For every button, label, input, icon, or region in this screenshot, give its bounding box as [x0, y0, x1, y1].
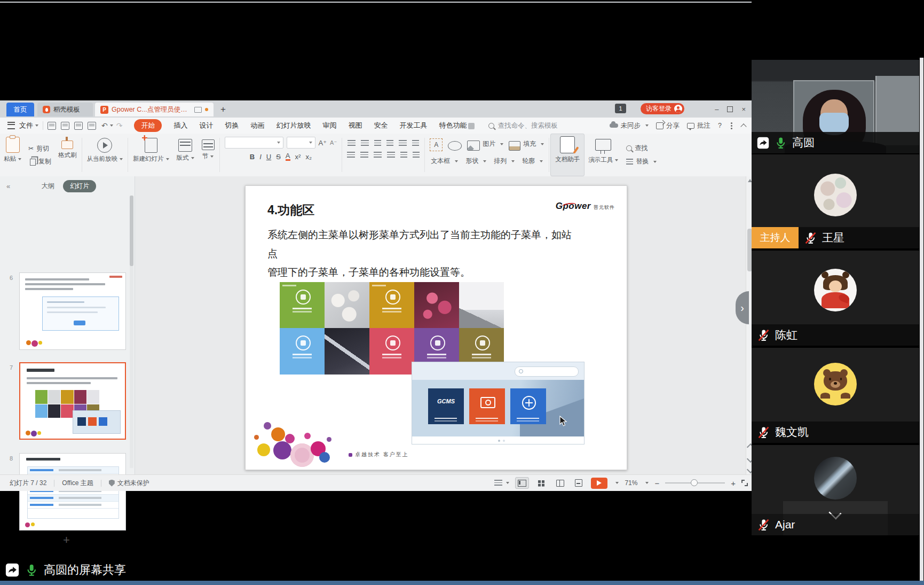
theme-label[interactable]: Office 主题 [62, 479, 93, 488]
underline-button[interactable]: U [266, 153, 271, 161]
close-button[interactable]: × [741, 105, 746, 113]
textbox-menu-button[interactable]: 文本框 [431, 157, 458, 166]
more-options-icon[interactable] [731, 125, 732, 127]
print-icon[interactable] [61, 122, 69, 130]
tab-docer-templates[interactable]: 稻壳模板 [37, 103, 93, 116]
outline-button[interactable]: 轮廓 [522, 157, 543, 166]
layout-button[interactable]: 版式 [173, 134, 198, 176]
command-search[interactable]: 查找命令、搜索模板 [488, 121, 558, 130]
text-direction-icon[interactable] [412, 140, 419, 146]
tab-transition[interactable]: 切换 [225, 121, 239, 130]
tab-slides[interactable]: 幻灯片 [63, 180, 96, 192]
tab-insert[interactable]: 插入 [173, 121, 187, 130]
zoom-slider[interactable] [665, 482, 725, 483]
shape-icon[interactable] [448, 141, 462, 151]
help-button[interactable]: ? [718, 122, 722, 129]
export-pdf-icon[interactable] [88, 122, 96, 130]
format-painter-button[interactable]: 格式刷 [54, 134, 81, 176]
cut-button[interactable]: ✂剪切 [28, 144, 51, 153]
notes-page-button[interactable] [572, 478, 585, 488]
present-tools-button[interactable]: 演示工具 [585, 134, 622, 176]
protection-status[interactable]: 文档未保护 [109, 479, 149, 488]
tab-slideshow[interactable]: 幻灯片放映 [276, 121, 311, 130]
share-button[interactable]: 分享 [656, 121, 680, 130]
italic-button[interactable]: I [259, 153, 262, 161]
file-menu[interactable]: 文件 [19, 121, 33, 130]
participant-tile-video[interactable]: 高圆 [752, 60, 919, 153]
normal-view-button[interactable] [515, 477, 529, 489]
maximize-button[interactable] [727, 106, 733, 112]
play-from-current-button[interactable]: 从当前放映 [83, 134, 127, 176]
replace-button[interactable]: 替换 [626, 157, 657, 166]
panel-collapse-button[interactable]: « [6, 182, 10, 190]
undo-caret-icon[interactable] [110, 124, 113, 127]
notes-button[interactable] [494, 480, 509, 486]
comment-button[interactable]: 批注 [687, 121, 710, 130]
bullet-list-icon[interactable] [348, 140, 356, 146]
font-color-button[interactable]: A [286, 153, 290, 161]
zoom-slider-knob[interactable] [691, 479, 698, 486]
hamburger-icon[interactable] [7, 122, 15, 129]
strikethrough-button[interactable]: S [276, 153, 281, 161]
guest-login-button[interactable]: 访客登录 [641, 103, 684, 114]
tab-security[interactable]: 安全 [374, 121, 388, 130]
sync-status-button[interactable]: 未同步 [610, 121, 649, 130]
new-tab-button[interactable]: + [217, 103, 230, 116]
increase-indent-icon[interactable] [386, 140, 393, 146]
align-center-icon[interactable] [360, 152, 368, 158]
zoom-out-button[interactable]: − [654, 479, 659, 488]
reading-view-button[interactable] [554, 478, 566, 488]
find-button[interactable]: 查找 [626, 144, 657, 153]
align-left-icon[interactable] [347, 152, 355, 158]
tab-special-features[interactable]: 特色功能 [439, 121, 475, 130]
meeting-panel-scrollbar[interactable] [920, 58, 923, 583]
participant-tile-host[interactable]: 主持人 王星 [752, 154, 919, 248]
tab-outline[interactable]: 大纲 [41, 182, 54, 191]
shape-menu-button[interactable]: 形状 [465, 157, 486, 166]
slideshow-play-button[interactable] [591, 478, 607, 489]
slide-thumbnail-7-selected[interactable] [19, 362, 126, 440]
participant-tile[interactable]: 陈虹 [752, 251, 919, 346]
play-options-caret-icon[interactable] [615, 482, 619, 484]
justify-icon[interactable] [387, 152, 395, 158]
slide-sorter-button[interactable] [535, 478, 548, 488]
redo-icon[interactable]: ↷ [116, 121, 123, 130]
slide-thumbnail-6[interactable] [19, 272, 126, 350]
copy-button[interactable]: 复制 [28, 157, 51, 166]
distribute-icon[interactable] [400, 152, 407, 158]
save-icon[interactable] [48, 122, 56, 130]
slides-panel-scrollbar[interactable] [130, 196, 133, 468]
slide-thumbnail-8[interactable] [19, 453, 126, 531]
tab-view[interactable]: 视图 [348, 121, 362, 130]
superscript-button[interactable]: x² [295, 153, 301, 161]
tab-home[interactable]: 首页 [6, 103, 34, 116]
tab-start[interactable]: 开始 [134, 119, 162, 132]
zoom-level[interactable]: 71% [625, 479, 637, 487]
participant-tile[interactable]: 魏文凯 [752, 348, 919, 443]
tab-review[interactable]: 审阅 [322, 121, 336, 130]
font-size-combo[interactable] [287, 137, 315, 149]
picture-button[interactable]: 图片 [467, 138, 503, 151]
fill-button[interactable]: 填充 [509, 138, 544, 151]
arrange-button[interactable]: 排列 [494, 157, 515, 166]
zoom-in-button[interactable]: + [731, 479, 736, 488]
textbox-icon[interactable]: A [430, 138, 443, 151]
fit-slide-button[interactable] [741, 480, 748, 486]
undo-icon[interactable]: ↶ [101, 121, 108, 130]
paste-button[interactable]: 粘贴 [0, 134, 25, 176]
columns-icon[interactable] [413, 152, 420, 158]
bold-button[interactable]: B [250, 153, 255, 161]
participant-tile[interactable]: Ajar [752, 445, 919, 535]
tab-animation[interactable]: 动画 [250, 121, 264, 130]
numbered-list-icon[interactable] [361, 140, 369, 146]
tab-count-badge[interactable]: 1 [615, 104, 626, 113]
minimize-button[interactable]: – [715, 105, 718, 113]
decrease-indent-icon[interactable] [374, 140, 381, 146]
slide-canvas[interactable]: Gpower 普元软件 4.功能区 系统左侧的主菜单以树形菜单方式列出了当前主功… [245, 185, 627, 470]
print-preview-icon[interactable] [74, 122, 83, 130]
line-spacing-icon[interactable] [399, 140, 407, 146]
section-button[interactable]: 节 [198, 134, 218, 176]
font-name-combo[interactable] [225, 137, 283, 149]
new-slide-button[interactable]: 新建幻灯片 [129, 134, 173, 176]
tab-devtools[interactable]: 开发工具 [399, 121, 427, 130]
